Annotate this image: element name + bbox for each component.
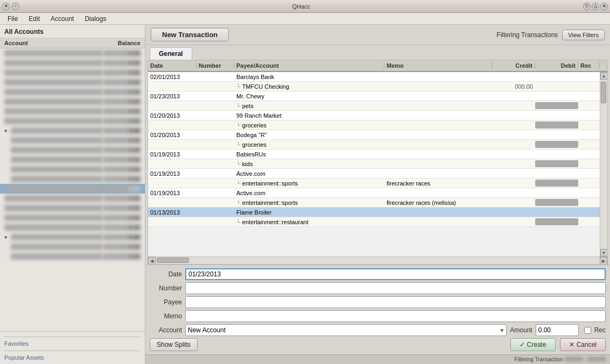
tx-date: 01/20/2013 xyxy=(148,112,197,119)
table-row-split[interactable]: └ entertainment::sports firecracker race… xyxy=(148,179,600,188)
table-row-split[interactable]: └ pets 0000 xyxy=(148,101,600,111)
table-row-split[interactable]: └ entertainment::sports firecracker race… xyxy=(148,198,600,208)
close-button-right[interactable]: ✕ xyxy=(600,3,608,10)
account-row[interactable]: zzz 0.00 xyxy=(0,116,145,126)
scroll-up-button[interactable]: ▲ xyxy=(600,72,608,80)
title-bar-right-controls[interactable]: ▽ △ ✕ xyxy=(583,3,608,10)
account-balance: 0.00 xyxy=(103,224,141,231)
table-row[interactable]: 01/20/2013 Bodega "R" xyxy=(148,130,600,140)
account-row[interactable]: state 0.00 xyxy=(0,252,145,261)
scroll-right-button[interactable]: ▶ xyxy=(600,257,607,265)
date-input[interactable] xyxy=(185,268,606,280)
tx-credit xyxy=(492,163,535,165)
scroll-h-track[interactable] xyxy=(156,257,600,264)
scroll-left-button[interactable]: ◀ xyxy=(148,257,156,265)
account-row[interactable]: TMFCU Lounge 0.00 xyxy=(0,203,145,213)
table-row-split[interactable]: └ entertainment::restaurant 00.00 xyxy=(148,217,600,227)
tx-credit: 000.00 xyxy=(492,83,535,90)
account-row[interactable]: WF Checking 0.00 xyxy=(0,48,145,58)
account-balance: 0.00 xyxy=(103,79,141,85)
tab-general[interactable]: General xyxy=(150,47,192,60)
menu-file[interactable]: File xyxy=(3,14,22,24)
account-balance: 0.00 xyxy=(103,166,141,173)
create-button[interactable]: ✓ Create xyxy=(510,338,556,351)
account-row[interactable]: WF Checking 0.00 xyxy=(0,77,145,87)
view-filters-button[interactable]: View Filters xyxy=(562,30,605,40)
table-scrollbar-h[interactable]: ◀ ▶ xyxy=(148,256,607,264)
table-row[interactable]: 01/23/2013 Mr. Chewy xyxy=(148,91,600,101)
account-row[interactable]: WF Visa 0.00 xyxy=(0,58,145,68)
form-row-number: Number xyxy=(150,282,606,294)
table-row-split[interactable]: └ TMFCU Checking 000.00 xyxy=(148,82,600,91)
title-bar-controls[interactable]: ✕ − xyxy=(2,3,19,10)
menu-edit[interactable]: Edit xyxy=(24,14,44,24)
memo-input[interactable] xyxy=(185,310,606,322)
tx-payee: Flame Broiler xyxy=(234,209,384,216)
account-group-row[interactable]: ▾ tax 0.00 xyxy=(0,232,145,242)
favorites-link[interactable]: Favorites xyxy=(4,339,141,348)
table-row[interactable]: 02/01/2013 Barclays Bank xyxy=(148,72,600,82)
scroll-h-thumb[interactable] xyxy=(157,258,189,263)
popular-assets-link[interactable]: Popular Assets xyxy=(4,353,141,362)
table-row-highlighted[interactable]: 01/13/2013 Flame Broiler xyxy=(148,208,600,217)
tx-number xyxy=(197,212,234,213)
number-input[interactable] xyxy=(185,282,606,294)
scroll-down-button[interactable]: ▼ xyxy=(600,249,608,256)
show-splits-button[interactable]: Show Splits xyxy=(150,338,198,351)
rec-checkbox[interactable] xyxy=(584,327,591,334)
new-transaction-button[interactable]: New Transaction xyxy=(151,28,229,41)
table-row[interactable]: 01/19/2013 BabiesRUs xyxy=(148,149,600,159)
table-row-split[interactable]: └ groceries 0000 xyxy=(148,140,600,149)
tx-number xyxy=(197,222,234,223)
tab-bar: General xyxy=(145,45,610,60)
account-dropdown-wrapper: New Account ▼ xyxy=(185,324,507,336)
account-row[interactable]: TMFCU Wallet 0.00 xyxy=(0,213,145,223)
account-group-row[interactable]: ▾ eIBIS 0.00 xyxy=(0,126,145,135)
expand-button[interactable]: ▽ xyxy=(583,3,591,10)
menu-account[interactable]: Account xyxy=(46,14,78,24)
account-balance: 0.00 xyxy=(103,89,141,95)
table-row[interactable]: 01/20/2013 99 Ranch Market xyxy=(148,111,600,120)
table-row-split[interactable]: └ kids 0000 xyxy=(148,159,600,169)
table-body: 02/01/2013 Barclays Bank └ TMFCU Checkin… xyxy=(148,72,600,256)
filtering-status: Filtering Transaction 000000 - 000000 xyxy=(514,356,606,362)
tx-rec xyxy=(578,125,600,126)
minimize-button[interactable]: − xyxy=(12,3,19,10)
payee-input[interactable] xyxy=(185,296,606,308)
account-name: TMFCU Lounge xyxy=(4,205,103,211)
x-icon: ✕ xyxy=(569,341,574,348)
restore-button[interactable]: △ xyxy=(592,3,599,10)
account-row[interactable]: Wachovia Beal/Bank 0.00 xyxy=(0,87,145,97)
account-row[interactable]: Allahmed 0.00 xyxy=(0,97,145,106)
account-row[interactable]: state disability 0.00 xyxy=(0,242,145,252)
account-row[interactable]: sales 0.00 xyxy=(0,135,145,145)
menu-dialogs[interactable]: Dialogs xyxy=(80,14,110,24)
amount-input[interactable] xyxy=(536,324,579,336)
account-row-selected[interactable]: aReecures 0.00 xyxy=(0,184,145,194)
account-row[interactable]: xxxxxxx 0.00 xyxy=(0,165,145,174)
tx-payee: └ pets xyxy=(234,102,384,110)
account-dropdown[interactable]: New Account xyxy=(185,324,507,336)
tx-debit xyxy=(535,115,578,116)
close-button[interactable]: ✕ xyxy=(2,3,10,10)
account-row[interactable]: zzzzz 0.00 xyxy=(0,174,145,184)
tx-number xyxy=(197,154,234,155)
account-row[interactable]: WF Savings 0.00 xyxy=(0,68,145,77)
collapse-icon: ▾ xyxy=(4,234,11,240)
table-row[interactable]: 01/19/2013 Active.com xyxy=(148,188,600,198)
scroll-thumb[interactable] xyxy=(601,82,606,103)
account-row[interactable]: aReecures2 0.00 xyxy=(0,194,145,203)
cancel-button[interactable]: ✕ Cancel xyxy=(560,338,606,351)
scroll-track[interactable] xyxy=(600,80,607,249)
tx-memo xyxy=(384,163,492,165)
table-scrollbar-v[interactable]: ▲ ▼ xyxy=(600,72,607,256)
account-row[interactable]: TMFCU Checking 0.00 xyxy=(0,223,145,232)
account-name: Allahmed xyxy=(4,98,103,105)
account-row[interactable]: Crypto Investors Found... 0.00 xyxy=(0,106,145,116)
account-row[interactable]: Liabilities 0.00 xyxy=(0,145,145,155)
table-row[interactable]: 01/19/2013 Active.com xyxy=(148,169,600,179)
account-row[interactable]: zzz 0.00 xyxy=(0,155,145,165)
tx-number xyxy=(197,134,234,135)
tx-debit xyxy=(535,134,578,135)
table-row-split[interactable]: └ groceries 0000 xyxy=(148,120,600,130)
